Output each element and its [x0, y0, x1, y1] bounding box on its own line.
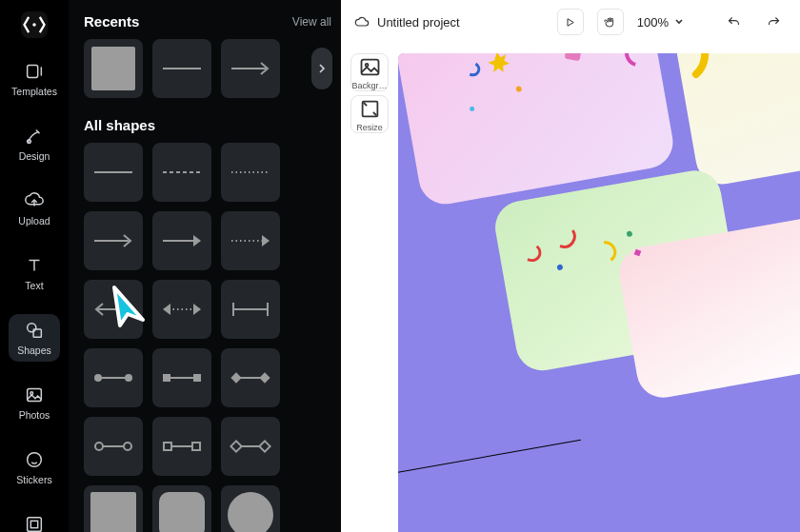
redo-button[interactable] [760, 9, 787, 35]
shape-square[interactable] [84, 485, 143, 532]
nav-upload[interactable]: Upload [9, 185, 60, 232]
nav-text[interactable]: Text [9, 249, 60, 297]
nav-frames[interactable]: Frames [9, 508, 60, 532]
svg-rect-27 [163, 374, 170, 382]
shape-line-dot-ends[interactable] [84, 348, 143, 407]
svg-rect-36 [164, 443, 171, 450]
chevron-down-icon [674, 17, 684, 27]
recent-shape-arrow[interactable] [221, 39, 280, 98]
undo-button[interactable] [720, 9, 747, 35]
recents-scroll-right[interactable] [311, 48, 332, 89]
canvas[interactable] [398, 44, 800, 532]
nav-design[interactable]: Design [9, 120, 60, 167]
cloud-icon [354, 14, 370, 30]
recent-shape-square[interactable] [84, 39, 143, 98]
all-shapes-heading: All shapes [84, 117, 331, 133]
shape-rounded-square[interactable] [152, 485, 211, 532]
shapes-panel: Recents View all All shapes [69, 0, 347, 532]
svg-point-0 [32, 23, 36, 27]
project-title[interactable]: Untitled project [354, 14, 460, 30]
artboard[interactable] [398, 53, 800, 532]
tool-resize[interactable]: Resize [350, 95, 389, 133]
shape-line-dotted[interactable] [221, 143, 280, 202]
shape-line-diamond-ends[interactable] [221, 348, 280, 407]
tool-background[interactable]: Backgr… [350, 53, 389, 91]
shape-line-square-ends[interactable] [152, 348, 211, 407]
recent-shape-line[interactable] [152, 39, 211, 98]
nav-shapes[interactable]: Shapes [9, 314, 60, 362]
recents-heading: Recents [84, 13, 139, 30]
svg-rect-31 [259, 372, 270, 383]
nav-label: Shapes [17, 345, 51, 356]
zoom-control[interactable]: 100% [637, 15, 684, 30]
svg-point-45 [470, 106, 475, 111]
svg-point-24 [94, 374, 102, 382]
svg-rect-30 [230, 372, 241, 383]
svg-rect-39 [230, 441, 241, 451]
svg-rect-40 [259, 441, 270, 451]
shape-arrow-double-dotted[interactable] [152, 280, 211, 339]
svg-rect-8 [28, 518, 42, 532]
shape-line-barends[interactable] [221, 280, 280, 339]
svg-point-33 [95, 443, 103, 450]
view-all-link[interactable]: View all [292, 15, 331, 29]
tool-background-label: Backgr… [351, 81, 387, 90]
svg-point-47 [626, 230, 632, 237]
play-button[interactable] [557, 9, 584, 35]
nav-label: Stickers [16, 474, 51, 485]
svg-rect-41 [361, 60, 378, 75]
shape-arrow-double-open[interactable] [84, 280, 143, 339]
shape-line-solid[interactable] [84, 143, 143, 202]
nav-label: Photos [19, 409, 50, 421]
svg-rect-48 [634, 249, 642, 257]
svg-rect-37 [192, 443, 200, 450]
svg-point-46 [556, 264, 563, 270]
shape-arrow-dotted[interactable] [221, 211, 280, 270]
canvas-baseline-rule [398, 440, 581, 474]
project-title-text: Untitled project [377, 15, 460, 30]
editor-area: Untitled project 100% [341, 0, 800, 532]
nav-label: Text [25, 280, 43, 291]
svg-point-34 [124, 443, 131, 450]
shape-line-dashed[interactable] [152, 143, 211, 202]
svg-point-3 [28, 324, 36, 332]
nav-label: Design [19, 150, 50, 162]
svg-rect-28 [193, 374, 201, 382]
shape-circle[interactable] [221, 485, 280, 532]
svg-rect-5 [28, 389, 42, 402]
shape-line-diamondopen-ends[interactable] [221, 417, 280, 476]
tool-resize-label: Resize [356, 123, 383, 132]
shape-line-ring-ends[interactable] [84, 417, 143, 476]
nav-templates[interactable]: Templates [9, 55, 60, 103]
nav-label: Templates [11, 86, 57, 97]
svg-rect-9 [30, 521, 37, 527]
svg-point-44 [515, 86, 522, 92]
svg-point-7 [28, 453, 42, 467]
app-logo[interactable] [21, 11, 48, 38]
nav-label: Upload [18, 215, 50, 227]
svg-rect-1 [28, 66, 38, 78]
shape-arrow-open[interactable] [84, 211, 143, 270]
nav-photos[interactable]: Photos [9, 379, 60, 426]
editor-topbar: Untitled project 100% [341, 0, 800, 44]
shape-line-boxopen-ends[interactable] [152, 417, 211, 476]
svg-point-25 [125, 374, 132, 382]
hand-tool-button[interactable] [597, 9, 624, 35]
left-nav-rail: Templates Design Upload Text Shapes Phot… [0, 0, 69, 532]
shape-arrow-solid[interactable] [152, 211, 211, 270]
zoom-value: 100% [637, 15, 669, 30]
nav-stickers[interactable]: Stickers [9, 443, 60, 491]
